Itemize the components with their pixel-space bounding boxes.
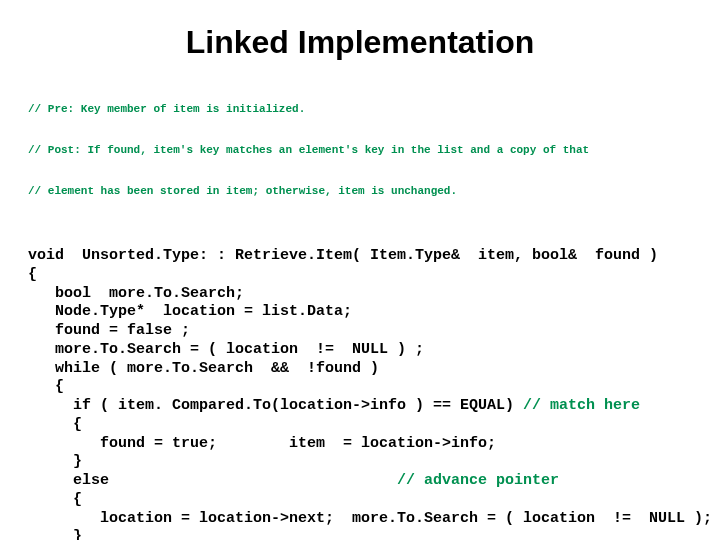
slide: Linked Implementation // Pre: Key member…	[0, 0, 720, 540]
header-comments: // Pre: Key member of item is initialize…	[28, 75, 692, 226]
code-line: {	[28, 266, 37, 283]
code-line: {	[28, 491, 82, 508]
code-block: void Unsorted.Type: : Retrieve.Item( Ite…	[28, 228, 692, 540]
code-line: more.To.Search = ( location != NULL ) ;	[28, 341, 424, 358]
code-line: {	[28, 416, 82, 433]
code-line: }	[28, 528, 82, 540]
code-line: void Unsorted.Type: : Retrieve.Item( Ite…	[28, 247, 658, 264]
slide-title: Linked Implementation	[28, 24, 692, 61]
inline-comment: // match here	[523, 397, 640, 414]
comment-line: // Pre: Key member of item is initialize…	[28, 103, 692, 117]
code-line: else	[28, 472, 397, 489]
code-line: }	[28, 453, 82, 470]
code-line: location = location->next; more.To.Searc…	[28, 510, 712, 527]
code-line: found = true; item = location->info;	[28, 435, 496, 452]
code-line: found = false ;	[28, 322, 190, 339]
inline-comment: // advance pointer	[397, 472, 559, 489]
comment-line: // Post: If found, item's key matches an…	[28, 144, 692, 158]
code-line: bool more.To.Search;	[28, 285, 244, 302]
comment-line: // element has been stored in item; othe…	[28, 185, 692, 199]
code-line: {	[28, 378, 64, 395]
code-line: Node.Type* location = list.Data;	[28, 303, 352, 320]
code-line: if ( item. Compared.To(location->info ) …	[28, 397, 523, 414]
code-line: while ( more.To.Search && !found )	[28, 360, 379, 377]
